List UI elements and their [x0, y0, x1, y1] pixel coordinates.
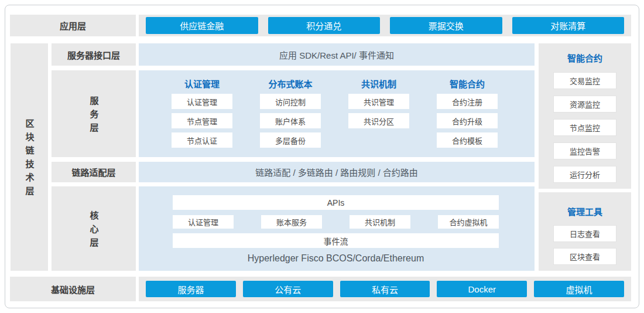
monitor-item[interactable]: 运行分析 — [553, 166, 616, 183]
tools-item[interactable]: 日志查看 — [553, 225, 616, 242]
service-column-smart-contract: 智能合约 合约注册 合约升级 合约模板 — [437, 70, 498, 148]
interface-layer-label: 服务器接口层 — [52, 43, 136, 66]
service-column-title: 认证管理 — [172, 77, 232, 90]
monitor-item[interactable]: 节点监控 — [553, 119, 616, 136]
service-item[interactable]: 合约注册 — [437, 94, 498, 109]
infra-layer-strip: 服务器 公有云 私有云 Docker 虚拟机 — [139, 277, 631, 301]
app-button-bill-exchange[interactable]: 票据交换 — [390, 17, 502, 34]
architecture-diagram: 应用层 供应链金融 积分通兑 票据交换 对账清算 区块链技术层 服务器接口层 服… — [0, 0, 644, 313]
monitor-item[interactable]: 资源监控 — [553, 96, 616, 113]
core-module[interactable]: 账本服务 — [261, 215, 322, 229]
event-stream-bar: 事件流 — [173, 233, 499, 248]
tools-panel-title: 管理工具 — [539, 206, 631, 218]
monitor-item[interactable]: 交易监控 — [553, 72, 616, 89]
app-button-points-exchange[interactable]: 积分通兑 — [268, 17, 381, 34]
service-column-title: 分布式账本 — [260, 77, 321, 90]
service-column-ledger: 分布式账本 访问控制 账户体系 多层备份 — [260, 70, 321, 148]
infra-button-public-cloud[interactable]: 公有云 — [243, 281, 333, 297]
service-layer-label-box: 服务层 — [52, 70, 136, 157]
app-layer-label: 应用层 — [10, 15, 136, 36]
service-item[interactable]: 访问控制 — [260, 94, 321, 109]
service-layer-grid: 认证管理 认证管理 节点管理 节点认证 分布式账本 访问控制 账户体系 多层备份… — [172, 70, 498, 148]
service-column-title: 智能合约 — [437, 77, 498, 90]
monitor-item[interactable]: 监控告警 — [553, 142, 616, 159]
infra-button-server[interactable]: 服务器 — [146, 281, 236, 297]
adapter-layer-label: 链路适配层 — [52, 162, 136, 182]
service-item[interactable]: 节点管理 — [172, 113, 232, 128]
core-layer-label-box: 核心层 — [52, 186, 136, 271]
service-item[interactable]: 合约升级 — [437, 113, 498, 128]
infra-layer-label: 基础设施层 — [10, 277, 136, 301]
service-column-consensus: 共识机制 共识管理 共识分区 — [348, 70, 409, 148]
monitor-panel: 智能合约 交易监控 资源监控 节点监控 监控告警 运行分析 — [539, 43, 631, 189]
service-layer-label: 服务层 — [90, 91, 98, 137]
service-layer-panel: 认证管理 认证管理 节点管理 节点认证 分布式账本 访问控制 账户体系 多层备份… — [139, 70, 535, 157]
infra-button-private-cloud[interactable]: 私有云 — [340, 281, 430, 297]
app-button-reconciliation[interactable]: 对账清算 — [512, 17, 625, 34]
core-platforms-text: Hyperledger Fisco BCOS/Corda/Ethereum — [173, 253, 499, 264]
service-item[interactable]: 账户体系 — [260, 113, 321, 128]
tools-panel: 管理工具 日志查看 区块查看 — [539, 192, 631, 271]
service-item[interactable]: 节点认证 — [172, 132, 232, 148]
service-column-title: 共识机制 — [348, 77, 409, 90]
core-module[interactable]: 合约虚拟机 — [438, 215, 499, 229]
core-layer-label: 核心层 — [90, 206, 98, 251]
tech-layer-label: 区块链技术层 — [25, 114, 34, 200]
tech-layer-bar: 区块链技术层 — [11, 43, 48, 271]
core-module[interactable]: 共识机制 — [350, 215, 410, 229]
monitor-panel-title: 智能合约 — [539, 53, 631, 64]
apis-bar: APIs — [173, 195, 499, 210]
adapter-layer-bar: 链路适配 / 多链路由 / 路由规则 / 合约路由 — [139, 162, 535, 182]
service-item[interactable]: 共识分区 — [348, 113, 409, 128]
core-module[interactable]: 认证管理 — [173, 215, 234, 229]
service-column-auth: 认证管理 认证管理 节点管理 节点认证 — [172, 70, 232, 148]
service-item[interactable]: 共识管理 — [348, 94, 409, 109]
core-modules-row: 认证管理 账本服务 共识机制 合约虚拟机 — [173, 215, 499, 229]
core-layer-panel: APIs 认证管理 账本服务 共识机制 合约虚拟机 事件流 Hyperledge… — [139, 186, 535, 271]
infra-button-vm[interactable]: 虚拟机 — [534, 281, 624, 297]
service-item[interactable]: 多层备份 — [260, 132, 321, 148]
interface-layer-bar: 应用 SDK/Rest API/ 事件通知 — [139, 43, 535, 66]
app-button-supply-chain-finance[interactable]: 供应链金融 — [146, 17, 258, 34]
tools-item[interactable]: 区块查看 — [553, 248, 616, 265]
service-item[interactable]: 认证管理 — [172, 94, 232, 109]
service-item[interactable]: 合约模板 — [437, 132, 498, 148]
infra-button-docker[interactable]: Docker — [437, 281, 527, 297]
app-layer-strip: 供应链金融 积分通兑 票据交换 对账清算 — [139, 15, 631, 36]
core-layer-inner: APIs 认证管理 账本服务 共识机制 合约虚拟机 事件流 Hyperledge… — [173, 186, 499, 264]
